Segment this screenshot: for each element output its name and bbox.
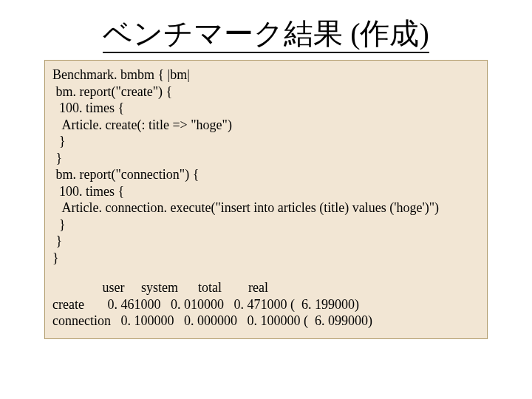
code-line: Article. connection. execute("insert int… bbox=[52, 200, 480, 216]
code-line: } bbox=[52, 133, 480, 150]
code-line: Article. create(: title => "hoge") bbox=[52, 117, 480, 134]
results-row: create 0. 461000 0. 010000 0. 471000 ( 6… bbox=[52, 296, 480, 313]
code-line: Benchmark. bmbm { |bm| bbox=[52, 66, 480, 83]
code-line: } bbox=[52, 250, 480, 267]
code-line: } bbox=[52, 216, 480, 233]
code-block: Benchmark. bmbm { |bm| bm. report("creat… bbox=[44, 60, 488, 339]
slide: ベンチマーク結果 (作成) Benchmark. bmbm { |bm| bm.… bbox=[0, 0, 532, 399]
benchmark-results: user system total real create 0. 461000 … bbox=[52, 279, 480, 330]
code-line: } bbox=[52, 150, 480, 167]
page-title: ベンチマーク結果 (作成) bbox=[0, 0, 532, 60]
code-line: bm. report("connection") { bbox=[52, 166, 480, 183]
code-line: 100. times { bbox=[52, 183, 480, 200]
title-text: ベンチマーク結果 (作成) bbox=[103, 17, 429, 53]
code-line: bm. report("create") { bbox=[52, 83, 480, 100]
code-line: } bbox=[52, 233, 480, 250]
results-header: user system total real bbox=[52, 279, 480, 296]
code-line: 100. times { bbox=[52, 100, 480, 117]
results-row: connection 0. 100000 0. 000000 0. 100000… bbox=[52, 313, 480, 330]
